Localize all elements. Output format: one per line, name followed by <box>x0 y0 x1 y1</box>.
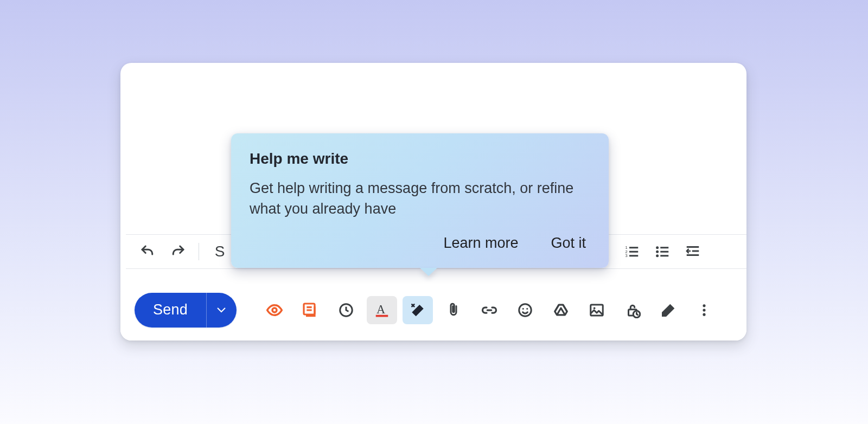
callout-actions: Learn more Got it <box>250 233 590 254</box>
svg-rect-14 <box>687 254 699 256</box>
svg-point-8 <box>656 254 659 257</box>
svg-text:3: 3 <box>626 253 628 258</box>
insert-emoji-icon[interactable] <box>510 296 540 324</box>
indent-decrease-button[interactable] <box>679 241 707 262</box>
help-me-write-callout: Help me write Get help writing a message… <box>231 133 609 268</box>
visibility-eye-icon[interactable] <box>259 296 290 324</box>
send-button[interactable]: Send <box>135 293 206 327</box>
svg-rect-0 <box>629 247 638 248</box>
insert-drive-icon[interactable] <box>546 296 576 324</box>
font-letter: S <box>215 244 225 259</box>
confidential-mode-icon[interactable] <box>617 296 648 324</box>
page-root: S 1 2 3 <box>0 0 868 424</box>
svg-point-28 <box>703 309 705 311</box>
svg-rect-16 <box>304 304 315 314</box>
compose-card: S 1 2 3 <box>120 63 746 341</box>
svg-rect-9 <box>660 247 668 248</box>
toolbar-divider <box>199 243 199 260</box>
insert-link-icon[interactable] <box>474 296 505 324</box>
insert-image-icon[interactable] <box>582 296 612 324</box>
callout-body: Get help writing a message from scratch,… <box>250 178 590 220</box>
svg-point-15 <box>272 308 277 312</box>
svg-rect-19 <box>376 315 388 317</box>
callout-title: Help me write <box>250 150 590 168</box>
insert-signature-icon[interactable] <box>653 296 684 324</box>
learn-more-button[interactable]: Learn more <box>439 233 522 254</box>
svg-point-6 <box>656 246 659 249</box>
undo-button[interactable] <box>133 241 162 262</box>
svg-point-24 <box>593 307 596 309</box>
svg-rect-13 <box>692 250 699 252</box>
svg-rect-2 <box>629 255 638 256</box>
redo-button[interactable] <box>164 241 192 262</box>
svg-rect-1 <box>629 251 638 253</box>
send-more-options-button[interactable] <box>206 293 237 327</box>
svg-point-21 <box>522 308 524 310</box>
numbered-list-button[interactable]: 1 2 3 <box>618 241 646 262</box>
svg-rect-12 <box>687 246 699 248</box>
svg-rect-11 <box>660 255 668 256</box>
more-options-icon[interactable] <box>689 296 719 324</box>
action-toolbar: Send <box>120 280 746 341</box>
send-split-button: Send <box>135 293 237 327</box>
schedule-clock-icon[interactable] <box>331 296 361 324</box>
font-family-button[interactable]: S <box>206 241 234 262</box>
svg-point-22 <box>526 308 528 310</box>
bulleted-list-button[interactable] <box>648 241 676 262</box>
svg-text:A: A <box>376 303 386 316</box>
attach-file-icon[interactable] <box>438 296 469 324</box>
svg-rect-10 <box>660 251 668 253</box>
svg-point-27 <box>703 304 705 307</box>
svg-point-20 <box>519 304 532 317</box>
got-it-button[interactable]: Got it <box>546 233 590 254</box>
help-me-write-button[interactable] <box>403 296 433 324</box>
templates-icon[interactable] <box>295 296 326 324</box>
svg-point-7 <box>656 250 659 253</box>
formatting-options-button[interactable]: A <box>367 296 397 324</box>
svg-point-29 <box>703 313 705 316</box>
